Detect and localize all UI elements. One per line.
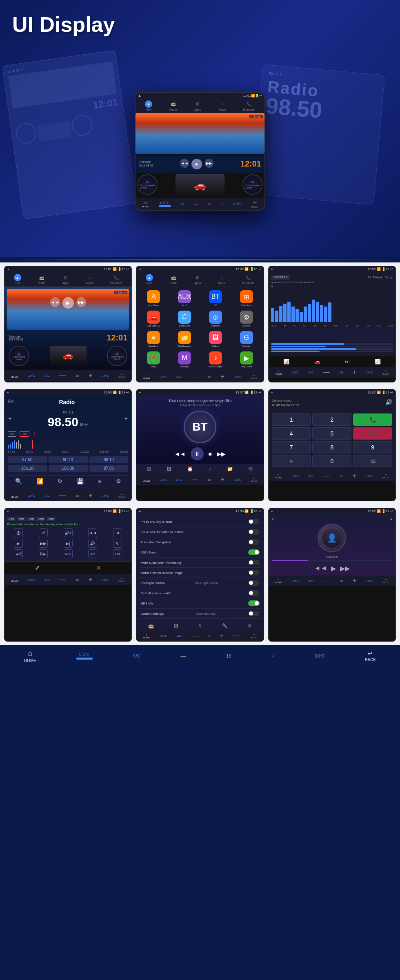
s7-bottom-home[interactable]: ⌂ HOME (11, 577, 18, 582)
s5-minus[interactable]: — (191, 476, 198, 483)
loop-icon[interactable]: ↻ (58, 478, 62, 484)
s1-nav-radio[interactable]: 📻 Radio (38, 274, 45, 284)
s8-icon5[interactable]: ⚙ (248, 623, 252, 629)
key-call[interactable]: 📞 (353, 413, 392, 426)
eq-icon-wave[interactable]: 📊 (283, 359, 289, 364)
s2-plus[interactable]: + (220, 373, 224, 380)
s2-bottom-back[interactable]: ↩ BACK (251, 374, 257, 380)
key-hash[interactable]: ⌫ (353, 455, 392, 467)
s9-minus[interactable]: — (323, 577, 330, 584)
freq-2[interactable]: 90.10 (49, 456, 88, 463)
key-2[interactable]: 2 (312, 413, 351, 426)
s1-nav-music[interactable]: ♪ Music (86, 274, 93, 284)
m-prev[interactable]: ◄◄ (314, 564, 327, 572)
app-control[interactable]: ⚙ Control (232, 309, 261, 328)
toggle-volume[interactable] (248, 590, 260, 596)
nav-navi[interactable]: ▲ Navi (145, 100, 152, 111)
s4-next-btn[interactable]: ► (124, 416, 128, 420)
key-8[interactable]: 8 (312, 441, 351, 453)
bottom-back[interactable]: ↩ BACK (251, 200, 258, 208)
s6-bottom-back[interactable]: ↩ BACK (382, 473, 389, 479)
s1-bottom-home[interactable]: ⌂ HOME (11, 373, 18, 378)
steer-check[interactable]: ✓ (35, 564, 40, 572)
eq-icon-car[interactable]: 🚗 (314, 359, 320, 364)
toggle-mute[interactable] (248, 560, 260, 565)
steer-vol-up[interactable]: 🔊+ (56, 528, 80, 537)
m-play[interactable]: ▶ (331, 564, 336, 572)
app-moofay[interactable]: M moofay (170, 350, 199, 369)
s6-bottom-home[interactable]: ⌂ HOME (275, 473, 282, 479)
toggle-lantern[interactable] (248, 611, 260, 616)
s7-plus[interactable]: + (89, 576, 92, 583)
bt-prev-btn[interactable]: ◄◄ (174, 451, 186, 457)
s9-plus[interactable]: + (352, 577, 356, 584)
toggle-autonav[interactable] (248, 539, 260, 545)
key-9[interactable]: 9 (353, 441, 392, 453)
s6-plus[interactable]: + (352, 472, 356, 480)
app-carlink[interactable]: 🚗 Car Link 2.0 (139, 309, 168, 328)
key-5[interactable]: 5 (312, 427, 351, 440)
nav-bluetooth[interactable]: 📞 Bluetooth (243, 100, 255, 111)
app-chrome[interactable]: ⊙ Chrome (201, 309, 230, 328)
s8-icon4[interactable]: 🔧 (222, 623, 228, 629)
s1-nav-navi[interactable]: ▲ Navi (14, 274, 21, 284)
s4-ind[interactable]: IND (20, 431, 29, 437)
s3-minus[interactable]: — (323, 369, 330, 376)
freq-1[interactable]: 87.50 (8, 456, 47, 463)
freq-5[interactable]: 108.00 (49, 465, 88, 472)
s4-bottom-home[interactable]: ⌂ HOME (11, 493, 18, 498)
app-maps[interactable]: 📍 Maps (139, 350, 168, 369)
steer-x[interactable]: ✕ (96, 564, 101, 572)
app-calculator[interactable]: ⊞ Calculator (232, 289, 261, 308)
bottom-minus[interactable]: — (194, 202, 198, 206)
temp-slider-left[interactable] (159, 205, 171, 207)
bt-settings-icon[interactable]: ⚙ (249, 466, 253, 472)
steer-k2[interactable]: K► (32, 549, 55, 559)
bt-grid-icon[interactable]: ⊞ (147, 466, 151, 472)
toggle-backlight[interactable] (248, 580, 260, 586)
s8-bottom-back[interactable]: ↩ BACK (250, 633, 257, 639)
key-7[interactable]: 7 (272, 441, 311, 453)
s6-minus[interactable]: — (323, 472, 330, 480)
footer-home[interactable]: ⌂ HOME (24, 649, 36, 663)
s8-icon3[interactable]: 🎙 (198, 623, 202, 629)
s3-bottom-home[interactable]: ⌂ HOME (275, 370, 282, 375)
footer-slider[interactable] (76, 658, 93, 660)
toggle-presskey[interactable] (248, 519, 260, 524)
footer-minus[interactable]: — (180, 653, 186, 659)
app-google[interactable]: G Google (232, 330, 261, 349)
freq-4[interactable]: 106.10 (8, 465, 47, 472)
steer-fwd[interactable]: ▶▶ (32, 539, 55, 548)
s4-bottom-back[interactable]: ↩ BACK (118, 493, 125, 498)
steer-vol-down[interactable]: 🔊- (81, 539, 104, 548)
s1-minus[interactable]: — (59, 372, 66, 379)
s1-plus[interactable]: + (89, 372, 92, 379)
bottom-home[interactable]: ⌂ HOME (142, 200, 149, 208)
save-icon[interactable]: 💾 (77, 478, 84, 484)
s5-bottom-back[interactable]: ↩ BACK (251, 477, 257, 482)
s1-nav-apps[interactable]: ⊞ Apps (62, 274, 69, 284)
eq-icon-skip[interactable]: ⏭ (345, 359, 350, 364)
s1-next[interactable]: ▶▶ (76, 297, 86, 307)
s8-icon2[interactable]: 🖼 (174, 623, 178, 629)
bottom-ac[interactable]: A/C (180, 203, 184, 205)
steer-fm[interactable]: FM (106, 549, 129, 559)
app-filemanager[interactable]: 📁 FileManager (170, 330, 199, 349)
s8-minus[interactable]: — (192, 632, 199, 640)
list-icon[interactable]: ≡ (98, 478, 101, 484)
steer-fwdend[interactable]: ▶| (56, 539, 80, 548)
s5-bottom-home[interactable]: ⌂ HOME (143, 477, 150, 482)
s8-icon1[interactable]: 📻 (148, 623, 154, 629)
app-equalizer[interactable]: ≡ Equalizer (139, 330, 168, 349)
key-end[interactable]: 📞 (353, 427, 392, 440)
nav-apps[interactable]: ⊞ Apps (194, 100, 201, 111)
s4-plus[interactable]: + (89, 492, 92, 499)
footer-back[interactable]: ↩ BACK (365, 650, 376, 662)
s8-bottom-home[interactable]: ⌂ HOME (143, 633, 150, 639)
steer-play[interactable]: ▶ (7, 539, 30, 548)
s4-dx[interactable]: DX (8, 431, 16, 437)
toggle-osd[interactable] (248, 549, 260, 555)
s2-nav-radio[interactable]: 📻 Radio (170, 274, 177, 284)
next-btn[interactable]: ▶▶ (204, 159, 213, 168)
app-gallery[interactable]: 🖼 Gallery (201, 330, 230, 349)
